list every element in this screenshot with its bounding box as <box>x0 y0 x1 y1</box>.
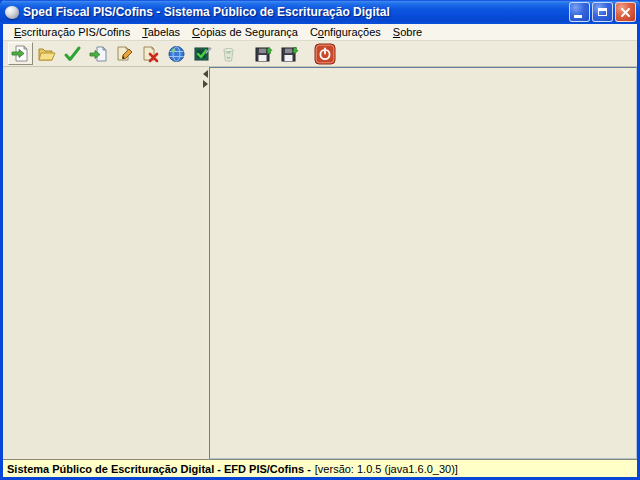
menu-bar: Escrituração PIS/Cofins Tabelas Cópias d… <box>3 24 637 41</box>
left-panel[interactable] <box>3 67 202 459</box>
menu-copias-de-seguranca[interactable]: Cópias de Segurança <box>186 25 304 39</box>
menu-label-mnemonic: C <box>192 26 200 38</box>
collapse-right-icon[interactable] <box>203 80 208 88</box>
toolbar-separator <box>303 41 311 66</box>
window-title: Sped Fiscal PIS/Cofins - Sistema Público… <box>23 5 569 19</box>
menu-label-part: scrituração PIS/Cofins <box>21 26 130 38</box>
close-icon <box>620 7 631 18</box>
menu-configuracoes[interactable]: Configurações <box>304 25 387 39</box>
window-controls <box>569 2 636 22</box>
validate-button[interactable] <box>60 42 85 65</box>
menu-label-part: ópias de Segurança <box>200 26 298 38</box>
minimize-icon <box>574 15 582 18</box>
maximize-button[interactable] <box>592 2 613 22</box>
import-file-button[interactable] <box>8 42 33 65</box>
menu-tabelas[interactable]: Tabelas <box>136 25 186 39</box>
floppy-save-icon <box>254 45 273 63</box>
status-app-label: Sistema Público de Escrituração Digital … <box>7 463 311 475</box>
menu-label-part: nfigurações <box>324 26 381 38</box>
title-bar[interactable]: Sped Fiscal PIS/Cofins - Sistema Público… <box>0 0 640 24</box>
backup-restore-button[interactable] <box>277 42 302 65</box>
recycle-bin-button[interactable] <box>216 42 241 65</box>
open-button[interactable] <box>34 42 59 65</box>
toolbar <box>3 41 637 67</box>
status-bar: Sistema Público de Escrituração Digital … <box>3 459 637 477</box>
minimize-button[interactable] <box>569 2 590 22</box>
transmit-button[interactable] <box>164 42 189 65</box>
verify-button[interactable] <box>190 42 215 65</box>
close-button[interactable] <box>615 2 636 22</box>
right-panel[interactable] <box>209 67 637 459</box>
checkbox-pencil-icon <box>193 45 212 63</box>
globe-icon <box>167 45 186 63</box>
document-import-arrow-icon <box>89 45 108 63</box>
backup-save-button[interactable] <box>251 42 276 65</box>
menu-label-part: obre <box>400 26 422 38</box>
document-delete-x-icon <box>141 45 160 63</box>
power-button-icon <box>314 43 336 65</box>
open-folder-icon <box>37 45 57 63</box>
delete-document-button[interactable] <box>138 42 163 65</box>
floppy-restore-icon <box>280 45 299 63</box>
collapse-left-icon[interactable] <box>203 70 208 78</box>
page-green-arrow-icon <box>11 45 30 63</box>
document-pencil-icon <box>115 45 134 63</box>
menu-escrituracao-pis-cofins[interactable]: Escrituração PIS/Cofins <box>8 25 136 39</box>
main-content <box>3 67 637 459</box>
status-version-label: [versão: 1.0.5 (java1.6.0_30)] <box>315 463 458 475</box>
app-window: Sped Fiscal PIS/Cofins - Sistema Público… <box>0 0 640 480</box>
toolbar-separator <box>242 41 250 66</box>
sped-dove-globe-icon <box>5 6 19 19</box>
green-check-icon <box>63 45 82 63</box>
menu-sobre[interactable]: Sobre <box>387 25 428 39</box>
recycle-bin-icon <box>219 45 238 63</box>
import-document-button[interactable] <box>86 42 111 65</box>
split-divider[interactable] <box>202 67 209 459</box>
exit-button[interactable] <box>312 42 337 65</box>
edit-document-button[interactable] <box>112 42 137 65</box>
maximize-icon <box>598 8 607 16</box>
menu-label-part: C <box>310 26 318 38</box>
menu-label-part: abelas <box>148 26 180 38</box>
